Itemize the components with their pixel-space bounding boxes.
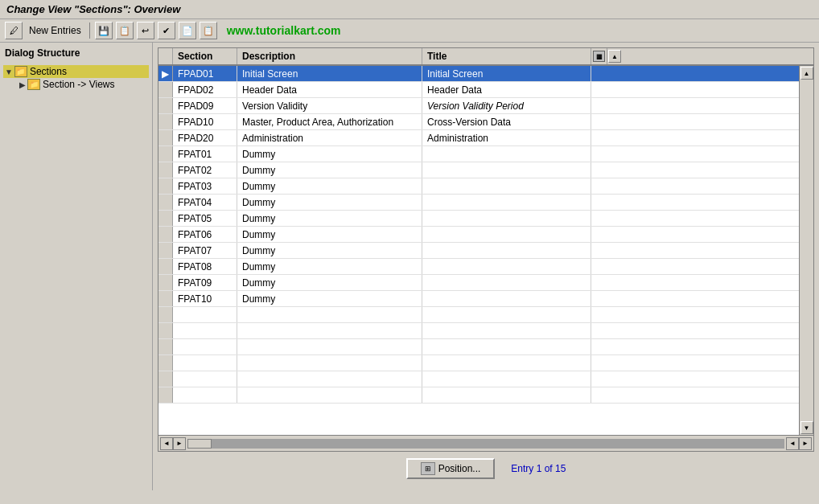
dialog-structure-title: Dialog Structure (3, 46, 149, 60)
cell-title-8 (422, 195, 591, 210)
col-header-icon: ▦ (591, 48, 607, 64)
table-container: Section Description Title ▦ ▲ ▶ FPAD01 I… (158, 47, 814, 452)
h-scroll-right-btn[interactable]: ► (173, 437, 186, 450)
position-icon: ⊞ (421, 462, 435, 475)
cell-section-11: FPAT07 (173, 243, 237, 258)
table-row-empty (158, 307, 799, 323)
footer-bar: ⊞ Position... Entry 1 of 15 (158, 452, 814, 486)
table-row[interactable]: FPAD10 Master, Product Area, Authorizati… (158, 114, 799, 130)
vertical-scrollbar[interactable]: ▲ ▼ (799, 66, 813, 435)
table-row[interactable]: FPAT06 Dummy (158, 227, 799, 243)
toolbar-btn-cursor[interactable]: 🖊 (5, 22, 23, 39)
cell-description-5: Dummy (237, 146, 422, 162)
cell-description-0: Initial Screen (237, 66, 422, 81)
cell-section-0: FPAD01 (173, 66, 237, 81)
cell-description-1: Header Data (237, 82, 422, 97)
table-row-empty (158, 387, 799, 404)
cell-description-14: Dummy (237, 291, 422, 306)
cell-section-5: FPAT01 (173, 146, 237, 162)
toolbar-btn-save[interactable]: 💾 (95, 22, 113, 39)
cell-section-6: FPAT02 (173, 162, 237, 178)
folder-icon-sections: 📁 (14, 66, 27, 77)
table-row[interactable]: FPAD20 Administration Administration (158, 130, 799, 146)
table-row[interactable]: FPAT02 Dummy (158, 162, 799, 178)
row-marker (158, 162, 173, 178)
cell-section-13: FPAT09 (173, 275, 237, 290)
row-marker (158, 146, 173, 162)
tree-item-sections[interactable]: ▼ 📁 Sections (3, 65, 149, 78)
cell-description-6: Dummy (237, 162, 422, 178)
row-marker (158, 178, 173, 194)
table-row[interactable]: FPAT04 Dummy (158, 195, 799, 211)
toolbar-separator-1 (89, 23, 90, 39)
table-row[interactable]: FPAT09 Dummy (158, 275, 799, 291)
horizontal-scroll-bar: ◄ ► ◄ ► (158, 435, 813, 451)
cell-section-12: FPAT08 (173, 259, 237, 274)
row-marker (158, 259, 173, 274)
cell-description-2: Version Validity (237, 98, 422, 113)
h-scroll-thumb (187, 439, 212, 449)
tree-label-sections: Sections (30, 66, 67, 77)
cell-description-12: Dummy (237, 259, 422, 274)
tree-arrow-sections: ▼ (5, 68, 13, 76)
cell-title-12 (422, 259, 591, 274)
table-row[interactable]: FPAT05 Dummy (158, 211, 799, 227)
column-settings-icon[interactable]: ▦ (593, 51, 605, 62)
cell-section-9: FPAT05 (173, 211, 237, 226)
table-body: ▶ FPAD01 Initial Screen Initial Screen F… (158, 66, 813, 435)
table-row-empty (158, 371, 799, 387)
toolbar-btn-more1[interactable]: 📄 (179, 22, 196, 39)
folder-icon-section-views: 📁 (27, 79, 40, 90)
table-row[interactable]: FPAT08 Dummy (158, 259, 799, 275)
table-row[interactable]: FPAT10 Dummy (158, 291, 799, 307)
cell-section-4: FPAD20 (173, 130, 237, 145)
table-row[interactable]: ▶ FPAD01 Initial Screen Initial Screen (158, 66, 799, 82)
table-row[interactable]: FPAD02 Header Data Header Data (158, 82, 799, 98)
h-scroll-far-right-btn[interactable]: ► (799, 437, 812, 450)
page-title: Change View "Sections": Overview (6, 3, 180, 15)
table-row[interactable]: FPAT07 Dummy (158, 243, 799, 259)
row-marker: ▶ (158, 66, 173, 81)
h-scroll-left-btn[interactable]: ◄ (160, 437, 173, 450)
scroll-down-btn[interactable]: ▼ (800, 421, 813, 434)
row-marker (158, 275, 173, 290)
row-marker (158, 211, 173, 226)
cell-description-11: Dummy (237, 243, 422, 258)
cell-description-9: Dummy (237, 211, 422, 226)
cell-section-8: FPAT04 (173, 195, 237, 210)
col-header-description: Description (237, 48, 422, 64)
cell-section-10: FPAT06 (173, 227, 237, 242)
table-row[interactable]: FPAD09 Version Validity Version Validity… (158, 98, 799, 114)
table-row[interactable]: FPAT01 Dummy (158, 146, 799, 162)
cell-title-10 (422, 227, 591, 242)
table-row[interactable]: FPAT03 Dummy (158, 178, 799, 195)
cell-description-4: Administration (237, 130, 422, 145)
h-scroll-track[interactable] (187, 439, 784, 449)
col-header-title: Title (422, 48, 591, 64)
cell-title-7 (422, 178, 591, 194)
col-header-section: Section (173, 48, 237, 64)
row-marker-header (158, 48, 173, 64)
scroll-up-btn[interactable]: ▲ (800, 67, 813, 80)
scrollbar-up-header[interactable]: ▲ (608, 50, 621, 63)
h-scroll-far-left-btn[interactable]: ◄ (786, 437, 799, 450)
tree-item-section-views[interactable]: ▶ 📁 Section -> Views (18, 78, 149, 91)
tree-arrow-section-views: ▶ (19, 80, 26, 89)
toolbar-btn-check[interactable]: ✔ (158, 22, 175, 39)
cell-title-9 (422, 211, 591, 226)
watermark: www.tutorialkart.com (227, 24, 341, 37)
cell-title-0: Initial Screen (422, 66, 591, 81)
row-marker (158, 114, 173, 129)
cell-section-2: FPAD09 (173, 98, 237, 113)
row-marker (158, 82, 173, 97)
row-marker (158, 291, 173, 306)
cell-description-8: Dummy (237, 195, 422, 210)
cell-description-10: Dummy (237, 227, 422, 242)
toolbar-btn-undo[interactable]: ↩ (137, 22, 154, 39)
toolbar-btn-copy[interactable]: 📋 (116, 22, 134, 39)
toolbar-btn-more2[interactable]: 📋 (200, 22, 217, 39)
position-button[interactable]: ⊞ Position... (406, 458, 496, 479)
cell-section-3: FPAD10 (173, 114, 237, 129)
cell-title-3: Cross-Version Data (422, 114, 591, 129)
cell-title-13 (422, 275, 591, 290)
